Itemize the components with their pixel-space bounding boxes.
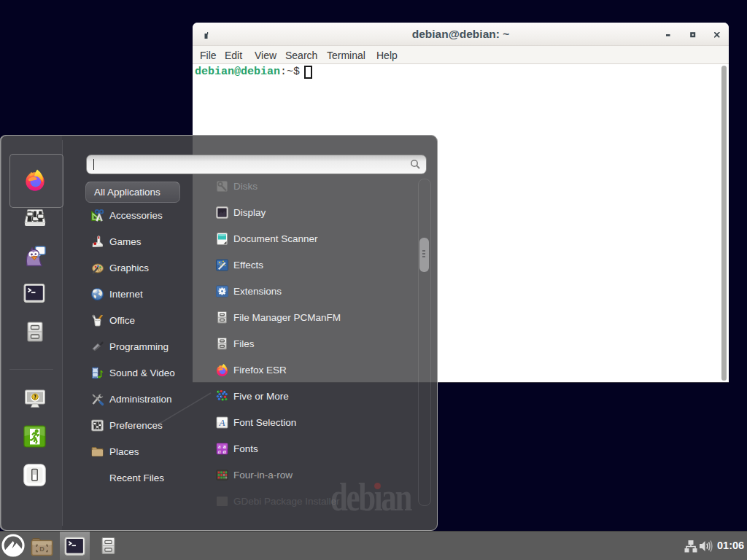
- svg-text:D: D: [39, 545, 44, 553]
- svg-text:A: A: [219, 417, 225, 428]
- svg-text:a: a: [218, 448, 221, 455]
- svg-text:a: a: [223, 448, 226, 455]
